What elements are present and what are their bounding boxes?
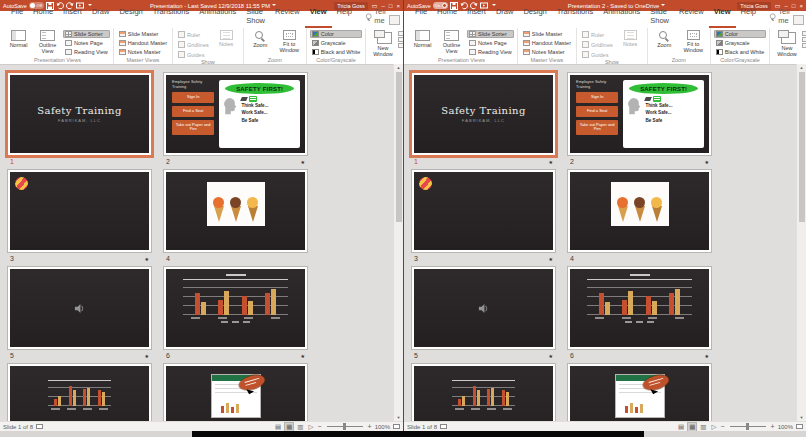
slide-sorter-button[interactable]: Slide Sorter xyxy=(63,30,110,38)
reading-view-status-icon[interactable]: ▥ xyxy=(699,423,707,431)
tab-view[interactable]: View xyxy=(709,4,736,28)
guides-checkbox[interactable]: Guides xyxy=(176,50,211,59)
zoom-slider[interactable] xyxy=(327,426,363,427)
display-settings-icon[interactable] xyxy=(440,424,447,429)
autosave-toggle[interactable]: Off xyxy=(29,2,44,9)
guides-checkbox[interactable]: Guides xyxy=(580,50,615,59)
tab-design[interactable]: Design xyxy=(114,4,147,28)
tab-help[interactable]: Help xyxy=(736,4,761,28)
slide-thumbnail[interactable] xyxy=(412,267,555,349)
slide-thumbnail[interactable] xyxy=(8,364,151,421)
tab-help[interactable]: Help xyxy=(332,4,357,28)
scrollbar-thumb[interactable] xyxy=(799,72,805,222)
grayscale-button[interactable]: Grayscale xyxy=(310,39,363,47)
notes-button[interactable]: Notes xyxy=(213,29,240,47)
slide-sorter-status-icon[interactable]: ▦ xyxy=(688,423,696,431)
tab-animations[interactable]: Animations xyxy=(598,4,645,28)
zoom-out-button[interactable]: − xyxy=(317,423,321,430)
slide-thumbnail[interactable]: Safety TrainingFABRIKAM, LLC xyxy=(8,73,151,155)
fit-to-window-button[interactable]: Fit to Window xyxy=(276,29,303,54)
start-slideshow-icon[interactable] xyxy=(480,2,488,10)
slide-thumbnail[interactable]: Safety TrainingFABRIKAM, LLC xyxy=(412,73,555,155)
new-window-button[interactable]: New Window xyxy=(369,29,396,58)
zoom-in-button[interactable]: + xyxy=(771,423,775,430)
restore-button[interactable]: □ xyxy=(389,3,393,9)
undo-icon[interactable] xyxy=(56,2,64,10)
close-button[interactable]: × xyxy=(799,3,803,9)
scroll-up-icon[interactable]: ▲ xyxy=(397,65,401,70)
fit-slide-to-window-icon[interactable] xyxy=(393,424,400,429)
fit-slide-to-window-icon[interactable] xyxy=(796,424,803,429)
tab-transitions[interactable]: Transitions xyxy=(148,4,194,28)
slide-thumbnail[interactable] xyxy=(8,267,151,349)
slide-sorter-status-icon[interactable]: ▦ xyxy=(285,423,293,431)
slide-thumbnail[interactable] xyxy=(164,170,307,252)
slide-thumbnail[interactable] xyxy=(412,364,555,421)
scroll-down-icon[interactable]: ▼ xyxy=(397,415,401,420)
notes-button[interactable]: Notes xyxy=(617,29,644,47)
vertical-scrollbar[interactable]: ▲ ▼ xyxy=(796,64,806,421)
gridlines-checkbox[interactable]: Gridlines xyxy=(580,40,615,49)
reading-view-button[interactable]: Reading View xyxy=(467,48,514,56)
normal-view-button[interactable]: Normal xyxy=(5,29,32,48)
tab-review[interactable]: Review xyxy=(674,4,709,28)
zoom-slider[interactable] xyxy=(730,426,766,427)
zoom-out-button[interactable]: − xyxy=(720,423,724,430)
tell-me-box[interactable]: Tell me xyxy=(365,7,389,28)
slide-thumbnail[interactable] xyxy=(164,364,307,421)
display-settings-icon[interactable] xyxy=(36,424,43,429)
handout-master-button[interactable]: Handout Master xyxy=(117,39,169,47)
outline-view-button[interactable]: Outline View xyxy=(34,29,61,55)
slide-sorter-button[interactable]: Slide Sorter xyxy=(467,30,514,38)
tab-slide-show[interactable]: Slide Show xyxy=(241,4,270,28)
color-button[interactable]: Color xyxy=(310,30,363,38)
new-window-button[interactable]: New Window xyxy=(773,29,800,58)
tab-draw[interactable]: Draw xyxy=(87,4,115,28)
zoom-button[interactable]: Zoom xyxy=(247,29,274,48)
fit-to-window-button[interactable]: Fit to Window xyxy=(680,29,707,54)
slide-master-button[interactable]: Slide Master xyxy=(521,30,573,38)
save-icon[interactable] xyxy=(46,2,54,10)
normal-view-button[interactable]: Normal xyxy=(409,29,436,48)
tab-transitions[interactable]: Transitions xyxy=(552,4,598,28)
slide-sorter-pane[interactable]: Safety TrainingFABRIKAM, LLC1★Employee S… xyxy=(404,64,796,421)
outline-view-button[interactable]: Outline View xyxy=(438,29,465,55)
black-and-white-button[interactable]: Black and White xyxy=(714,48,767,56)
slide-sorter-pane[interactable]: Safety TrainingFABRIKAM, LLC1Employee Sa… xyxy=(0,64,393,421)
zoom-in-button[interactable]: + xyxy=(368,423,372,430)
slide-thumbnail[interactable] xyxy=(568,267,711,349)
zoom-button[interactable]: Zoom xyxy=(651,29,678,48)
vertical-scrollbar[interactable]: ▲ ▼ xyxy=(393,64,403,421)
ruler-checkbox[interactable]: Ruler xyxy=(580,30,615,39)
undo-icon[interactable] xyxy=(460,2,468,10)
ruler-checkbox[interactable]: Ruler xyxy=(176,30,211,39)
close-button[interactable]: × xyxy=(396,3,400,9)
redo-icon[interactable] xyxy=(66,2,74,10)
normal-view-status-icon[interactable]: ▤ xyxy=(274,423,282,431)
slide-thumbnail[interactable]: Employee Safety TrainingSign InFind a Se… xyxy=(164,73,307,155)
color-button[interactable]: Color xyxy=(714,30,767,38)
slide-thumbnail[interactable] xyxy=(8,170,151,252)
grayscale-button[interactable]: Grayscale xyxy=(714,39,767,47)
start-slideshow-icon[interactable] xyxy=(76,2,84,10)
reading-view-status-icon[interactable]: ▥ xyxy=(296,423,304,431)
scroll-down-icon[interactable]: ▼ xyxy=(800,415,804,420)
notes-master-button[interactable]: Notes Master xyxy=(521,48,573,56)
tab-file[interactable]: File xyxy=(6,4,28,28)
tab-slide-show[interactable]: Slide Show xyxy=(645,4,674,28)
zoom-slider-thumb[interactable] xyxy=(746,423,749,430)
normal-view-status-icon[interactable]: ▤ xyxy=(677,423,685,431)
scroll-up-icon[interactable]: ▲ xyxy=(800,65,804,70)
share-icon[interactable] xyxy=(793,15,804,25)
save-icon[interactable] xyxy=(450,2,458,10)
tab-animations[interactable]: Animations xyxy=(194,4,241,28)
reading-view-button[interactable]: Reading View xyxy=(63,48,110,56)
autosave-toggle[interactable]: On xyxy=(433,2,448,9)
slide-thumbnail[interactable] xyxy=(412,170,555,252)
black-and-white-button[interactable]: Black and White xyxy=(310,48,363,56)
notes-page-button[interactable]: Notes Page xyxy=(467,39,514,47)
arrange-all-icon[interactable] xyxy=(802,31,806,36)
cascade-icon[interactable] xyxy=(802,37,806,42)
tab-design[interactable]: Design xyxy=(518,4,551,28)
slide-thumbnail[interactable]: Employee Safety TrainingSign InFind a Se… xyxy=(568,73,711,155)
